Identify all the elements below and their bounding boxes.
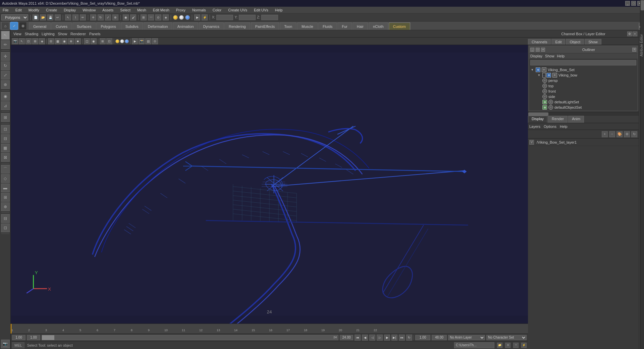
tree-item-default-object-set[interactable]: ⊞ ⊙ defaultObjectSet bbox=[530, 105, 636, 110]
tab-painteffects[interactable]: PaintEffects bbox=[251, 22, 279, 30]
layer-create-btn[interactable]: + bbox=[602, 131, 608, 137]
tree-toggle-vb[interactable]: ▼ bbox=[537, 73, 541, 77]
vp-snap1-icon[interactable]: ⊡ bbox=[25, 38, 32, 44]
tree-vis-vbs[interactable]: 👁 bbox=[542, 67, 546, 72]
range-start-input[interactable] bbox=[12, 335, 25, 340]
vp-isolate-icon[interactable]: ◉ bbox=[91, 38, 97, 44]
universal-manip-btn[interactable]: ⊕ bbox=[1, 80, 10, 89]
vp-snap3-icon[interactable]: ◈ bbox=[39, 38, 45, 44]
menu-edit-mesh[interactable]: Edit Mesh bbox=[152, 8, 171, 12]
vp-playblast-icon[interactable]: ▤ bbox=[145, 38, 151, 44]
sculpt-btn[interactable]: ⊿ bbox=[1, 101, 10, 110]
undo-icon[interactable]: ↩ bbox=[55, 14, 61, 20]
select-tool-btn[interactable]: ↖ bbox=[1, 31, 10, 40]
step-forward-btn[interactable]: ▶| bbox=[391, 335, 397, 341]
status-icon1[interactable]: ⚡ bbox=[521, 343, 527, 348]
tab-toon[interactable]: Toon bbox=[280, 22, 297, 30]
layer-delete-btn[interactable]: − bbox=[609, 131, 615, 137]
outliner-menu-help[interactable]: Help bbox=[557, 54, 565, 58]
move-tool-btn[interactable]: ✛ bbox=[1, 52, 10, 61]
vp-smooth2-icon[interactable]: ⊕ bbox=[68, 38, 74, 44]
vp-grid-icon[interactable]: ⊞ bbox=[100, 38, 106, 44]
snap-surface-icon[interactable]: ◈ bbox=[163, 14, 169, 20]
tree-vis-side[interactable]: ⊙ bbox=[542, 94, 547, 99]
layer-name-1[interactable]: /Viking_Bow_Set_layer1 bbox=[535, 140, 637, 144]
play-forward-btn[interactable]: ▶ bbox=[384, 335, 390, 341]
menu-create-uvs[interactable]: Create UVs bbox=[227, 8, 249, 12]
layer-tab-render[interactable]: Render bbox=[548, 116, 568, 123]
rotate-icon[interactable]: ↻ bbox=[98, 14, 104, 20]
outliner-menu-show[interactable]: Show bbox=[545, 54, 554, 58]
soft-mod-btn[interactable]: ◉ bbox=[1, 92, 10, 101]
tree-item-side[interactable]: ⊙ side bbox=[530, 94, 636, 99]
menu-assets[interactable]: Assets bbox=[101, 8, 115, 12]
tree-item-viking-bow[interactable]: ▼ — ⚙ 👁 Viking_bow bbox=[530, 72, 636, 78]
layer-tab-anim[interactable]: Anim bbox=[568, 116, 584, 123]
outliner-maximize-btn[interactable]: □ bbox=[536, 48, 540, 52]
outliner-menu-display[interactable]: Display bbox=[530, 54, 542, 58]
vp-cam-icon[interactable]: 📷 bbox=[12, 38, 18, 44]
coord-z-input[interactable] bbox=[261, 15, 278, 20]
mode-dropdown[interactable]: Polygons bbox=[1, 14, 28, 20]
vp-menu-view[interactable]: View bbox=[13, 32, 21, 36]
bridge-btn[interactable]: ▬ bbox=[1, 184, 10, 192]
crease-btn[interactable]: ⌒ bbox=[1, 165, 10, 173]
lasso-icon[interactable]: ⌇ bbox=[72, 14, 78, 20]
next-frame-btn[interactable]: ⏭ bbox=[399, 335, 405, 341]
light-color-btn3[interactable] bbox=[185, 15, 190, 20]
tab-general[interactable]: General bbox=[29, 22, 51, 30]
tree-item-front[interactable]: ⊙ front bbox=[530, 89, 636, 94]
anim-layer-dropdown[interactable]: No Anim Layer bbox=[448, 335, 485, 340]
outliner-hscroll-thumb[interactable] bbox=[528, 112, 548, 116]
channels-tab[interactable]: Channels bbox=[528, 39, 551, 45]
menu-file[interactable]: File bbox=[1, 8, 10, 12]
vp-xray-icon[interactable]: ◫ bbox=[84, 38, 90, 44]
vp-wire1-icon[interactable]: ⊟ bbox=[48, 38, 54, 44]
tree-item-persp[interactable]: ⊙ persp bbox=[530, 78, 636, 83]
snap-grid-icon[interactable]: ⊞ bbox=[141, 14, 147, 20]
vp-render-preview-icon[interactable]: ▶ bbox=[132, 38, 138, 44]
path-browse-btn[interactable]: 📁 bbox=[497, 343, 502, 348]
ipr-icon[interactable]: ⚡ bbox=[202, 14, 208, 20]
offset-edge-btn[interactable]: ⊡ bbox=[1, 223, 10, 232]
tree-vis-vb[interactable]: 👁 bbox=[552, 73, 557, 78]
tree-vis-front[interactable]: ⊙ bbox=[542, 89, 547, 94]
vp-light1[interactable] bbox=[115, 39, 119, 43]
outliner-scroll-thumb[interactable] bbox=[641, 0, 644, 10]
panel-close-btn[interactable]: × bbox=[633, 32, 637, 36]
menu-edit[interactable]: Edit bbox=[14, 8, 23, 12]
play-back-btn[interactable]: ◁ bbox=[369, 335, 375, 341]
tree-item-top[interactable]: ⊙ top bbox=[530, 83, 636, 89]
blue-check-icon[interactable]: ✓ bbox=[10, 22, 18, 30]
menu-proxy[interactable]: Proxy bbox=[175, 8, 187, 12]
home-icon[interactable]: ⌂ bbox=[1, 22, 9, 30]
camera-btn[interactable]: 📷 bbox=[1, 340, 10, 348]
radio-icon[interactable]: ⊚ bbox=[19, 22, 27, 30]
menu-normals[interactable]: Normals bbox=[191, 8, 207, 12]
vp-smooth1-icon[interactable]: ◉ bbox=[61, 38, 67, 44]
vp-hud-icon[interactable]: ⊡ bbox=[106, 38, 112, 44]
maximize-button[interactable]: □ bbox=[631, 1, 636, 6]
vp-menu-renderer[interactable]: Renderer bbox=[70, 32, 86, 36]
outliner-minimize-btn[interactable]: _ bbox=[530, 48, 534, 52]
bevel-btn[interactable]: ◇ bbox=[1, 174, 10, 183]
path-options-btn[interactable]: ⚙ bbox=[505, 343, 511, 348]
uv-btn[interactable]: ⊠ bbox=[1, 153, 10, 162]
menu-select[interactable]: Select bbox=[119, 8, 132, 12]
insert-edge-btn[interactable]: ⊟ bbox=[1, 214, 10, 223]
vp-snapshot-icon[interactable]: 📸 bbox=[139, 38, 145, 44]
move-icon[interactable]: ✛ bbox=[90, 14, 96, 20]
panel-settings-btn[interactable]: ⚙ bbox=[627, 32, 632, 36]
snap-curve-icon[interactable]: 〰 bbox=[148, 14, 154, 20]
anim-start-input[interactable] bbox=[415, 335, 430, 340]
soft-mod-icon[interactable]: ◉ bbox=[123, 14, 129, 20]
layer-color-btn[interactable]: 🎨 bbox=[616, 131, 623, 137]
new-scene-icon[interactable]: 📄 bbox=[33, 14, 39, 20]
layer-refresh-btn[interactable]: ↻ bbox=[631, 131, 637, 137]
snap-point-icon[interactable]: ⊙ bbox=[155, 14, 161, 20]
vp-menu-show[interactable]: Show bbox=[58, 32, 67, 36]
scale-icon[interactable]: ⤢ bbox=[105, 14, 111, 20]
open-scene-icon[interactable]: 📂 bbox=[40, 14, 46, 20]
show-tab[interactable]: Show bbox=[585, 39, 601, 45]
tree-item-viking-bow-set[interactable]: ▼ ⚙ 👁 Viking_Bow_Set bbox=[530, 67, 636, 72]
